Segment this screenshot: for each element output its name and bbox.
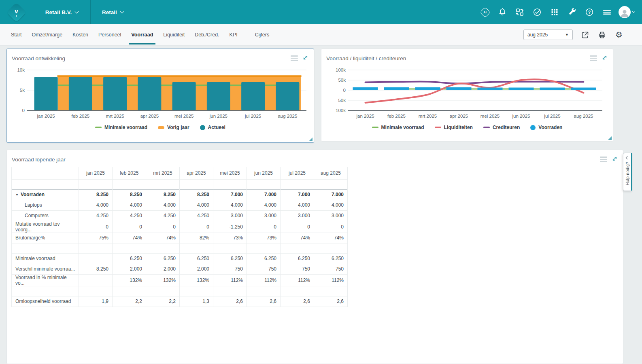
menu-button[interactable] — [601, 6, 612, 18]
tasks-button[interactable] — [531, 6, 543, 18]
widget-menu-icon[interactable] — [291, 55, 298, 61]
period-select[interactable]: aug 2025 ▼ — [523, 30, 573, 40]
table-row-voorraad-in-minimale-vo: Voorraad in % minimale vo...132%132%132%… — [12, 274, 348, 286]
cell-value: 3.000 — [247, 210, 281, 221]
cell-value: 132% — [113, 274, 146, 286]
widget-header: Voorraad ontwikkeling — [7, 49, 314, 63]
notifications-button[interactable] — [497, 6, 508, 18]
nav-actions: aug 2025 ▼ ⚙ — [523, 30, 624, 40]
legend-label: Liquiditeiten — [444, 125, 473, 130]
cell-value: 112% — [314, 274, 348, 286]
cell-value: 0 — [79, 221, 113, 233]
svg-text:jun 2025: jun 2025 — [209, 114, 227, 119]
svg-text:apr 2025: apr 2025 — [450, 114, 468, 119]
widget-menu-icon[interactable] — [600, 157, 607, 162]
tools-button[interactable] — [566, 6, 578, 18]
cell-value: 112% — [213, 274, 247, 286]
svg-text:mei 2025: mei 2025 — [480, 114, 500, 119]
svg-text:jul 2025: jul 2025 — [544, 114, 560, 119]
expand-icon[interactable] — [611, 155, 618, 164]
resize-handle[interactable] — [309, 138, 312, 141]
cell-value: 2,6 — [314, 296, 348, 307]
cell-value: 4.250 — [113, 210, 146, 221]
column-header-aug-2025: aug 2025 — [314, 167, 348, 179]
legend-minimale-voorraad[interactable]: Minimale voorraad — [372, 125, 424, 130]
svg-text:10k: 10k — [17, 68, 25, 72]
legend-crediteuren[interactable]: Crediteuren — [483, 125, 520, 130]
tab-kpi[interactable]: KPI — [229, 24, 238, 45]
column-header-apr-2025: apr 2025 — [180, 167, 213, 179]
ai-assistant-button[interactable]: AI — [479, 6, 491, 18]
tab-voorraad[interactable]: Voorraad — [130, 24, 154, 45]
collapse-icon[interactable]: ▼ — [15, 193, 19, 197]
tab-liquiditeit[interactable]: Liquiditeit — [162, 24, 185, 45]
legend-voorraden[interactable]: Voorraden — [530, 125, 562, 130]
user-menu[interactable] — [619, 6, 635, 18]
cell-value: 6.250 — [213, 253, 247, 264]
cell-value: 132% — [146, 274, 180, 286]
legend-label: Actueel — [208, 125, 225, 130]
cell-value: 2.000 — [113, 264, 146, 274]
expand-icon[interactable] — [601, 54, 608, 63]
export-button[interactable] — [580, 30, 590, 40]
help-button[interactable]: ? — [584, 6, 595, 18]
cell-value: 7.000 — [213, 189, 247, 200]
widget-menu-icon[interactable] — [590, 55, 597, 61]
svg-text:apr 2025: apr 2025 — [140, 114, 159, 119]
cell-value: 4.250 — [180, 210, 213, 221]
legend-liquiditeiten[interactable]: Liquiditeiten — [435, 125, 473, 130]
help-tab[interactable]: Hulp nodig? — [623, 153, 632, 191]
view-selector[interactable]: Retail — [91, 0, 135, 24]
legend-actueel[interactable]: Actueel — [200, 125, 225, 130]
row-label: Voorraad in % minimale vo... — [12, 274, 79, 286]
cell-value: 4.000 — [213, 200, 247, 210]
legend-swatch — [158, 126, 164, 129]
cell-value: 2,2 — [146, 296, 180, 307]
tab-omzet-marge[interactable]: Omzet/marge — [31, 24, 63, 45]
expand-icon[interactable] — [302, 54, 309, 63]
tab-personeel[interactable]: Personeel — [98, 24, 122, 45]
table-row-voorraden: ▼Voorraden8.2508.2508.2508.2507.0007.000… — [12, 189, 348, 200]
cell-value — [79, 253, 113, 264]
legend-minimale-voorraad[interactable]: Minimale voorraad — [95, 125, 147, 130]
tab-start[interactable]: Start — [10, 24, 22, 45]
sync-button[interactable] — [514, 6, 525, 18]
avatar — [619, 6, 631, 18]
voorraad-ontwikkeling-chart: 10k5k0jan 2025feb 2025mrt 2025apr 2025me… — [9, 63, 310, 124]
tab-kosten[interactable]: Kosten — [72, 24, 89, 45]
cell-value: 750 — [281, 264, 314, 274]
cell-value: 8.250 — [79, 189, 113, 200]
settings-button[interactable]: ⚙ — [614, 30, 624, 40]
ai-assistant-icon: AI — [480, 7, 491, 18]
chevron-down-icon — [632, 10, 635, 13]
period-value: aug 2025 — [527, 32, 548, 38]
tab-cijfers[interactable]: Cijfers — [254, 24, 270, 45]
visionplanner-logo[interactable]: v — [6, 2, 26, 22]
cell-value: 132% — [180, 274, 213, 286]
row-label: Computers — [12, 210, 79, 221]
row-label: Brutomarge% — [12, 233, 79, 243]
widget-header: Voorraad lopende jaar — [7, 150, 623, 165]
hamburger-menu-icon — [602, 7, 612, 17]
svg-text:jul 2025: jul 2025 — [244, 114, 261, 119]
resize-handle[interactable] — [608, 136, 612, 140]
svg-text:-100k: -100k — [334, 108, 346, 113]
voorraad-table: jan 2025feb 2025mrt 2025apr 2025mei 2025… — [11, 167, 348, 307]
legend-label: Crediteuren — [493, 125, 520, 130]
apps-button[interactable] — [549, 6, 560, 18]
tab-deb-cred[interactable]: Deb./Cred. — [194, 24, 220, 45]
legend-swatch — [530, 125, 536, 130]
cell-value: 1,3 — [180, 296, 213, 307]
cell-value: 750 — [247, 264, 281, 274]
svg-text:aug 2025: aug 2025 — [278, 114, 297, 119]
dashboard-nav: StartOmzet/margeKostenPersoneelVoorraadL… — [0, 24, 642, 46]
cell-value: 6.250 — [180, 253, 213, 264]
company-selector[interactable]: Retail B.V. — [33, 0, 91, 24]
print-button[interactable] — [597, 30, 607, 40]
row-label[interactable]: ▼Voorraden — [12, 189, 79, 200]
widget-voorraad-liquiditeit-crediteuren: Voorraad / liquiditeit / crediteuren 100… — [321, 49, 613, 142]
legend-vorig-jaar[interactable]: Vorig jaar — [158, 125, 189, 130]
column-header-jun-2025: jun 2025 — [247, 167, 281, 179]
apps-grid-icon — [550, 7, 559, 17]
cell-value: 6.250 — [281, 253, 314, 264]
